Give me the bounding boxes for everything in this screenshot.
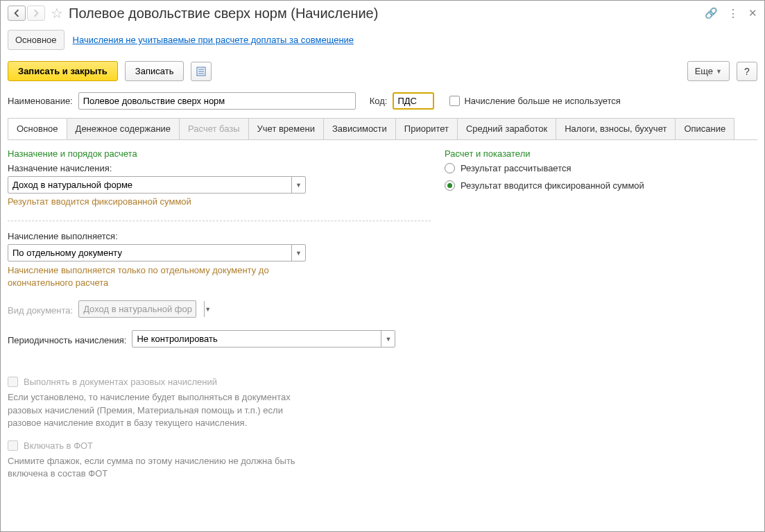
purpose-select[interactable]: ▼ xyxy=(8,176,306,194)
code-input[interactable] xyxy=(393,92,434,110)
executed-select[interactable]: ▼ xyxy=(8,244,306,261)
tab-base[interactable]: Расчет базы xyxy=(179,118,249,139)
cb-once-docs-box xyxy=(8,377,18,387)
tab-desc[interactable]: Описание xyxy=(675,118,734,139)
arrow-right-icon xyxy=(32,9,40,17)
period-dropdown-btn[interactable]: ▼ xyxy=(381,331,395,347)
radio-calculated-btn[interactable] xyxy=(445,163,455,173)
doctype-label: Вид документа: xyxy=(8,305,73,316)
section-purpose-title: Назначение и порядок расчета xyxy=(8,148,431,159)
close-icon[interactable]: ✕ xyxy=(748,7,757,19)
nav-buttons xyxy=(8,6,45,21)
favorite-icon[interactable]: ☆ xyxy=(51,5,63,22)
not-used-checkbox[interactable] xyxy=(449,96,460,106)
doctype-input xyxy=(79,301,204,317)
executed-input[interactable] xyxy=(8,245,291,261)
tab-tax[interactable]: Налоги, взносы, бухучет xyxy=(556,118,676,139)
tab-time[interactable]: Учет времени xyxy=(248,118,324,139)
cb-fot: Включать в ФОТ xyxy=(8,440,431,451)
link-icon[interactable]: 🔗 xyxy=(705,7,718,19)
purpose-hint: Результат вводится фиксированной суммой xyxy=(8,196,431,207)
cb-once-docs-label: Выполнять в документах разовых начислени… xyxy=(24,377,217,387)
period-input[interactable] xyxy=(132,331,381,347)
tab-money[interactable]: Денежное содержание xyxy=(67,118,180,139)
arrow-left-icon xyxy=(12,9,21,17)
header-form-row: Наименование: Код: Начисление больше не … xyxy=(1,89,764,118)
executed-hint: Начисление выполняется только по отдельн… xyxy=(8,264,306,289)
doctype-select: ▼ xyxy=(78,300,196,318)
tab-deps[interactable]: Зависимости xyxy=(323,118,396,139)
subtab-link[interactable]: Начисления не учитываемые при расчете до… xyxy=(73,35,354,45)
purpose-input[interactable] xyxy=(8,177,291,193)
cb-fot-label: Включать в ФОТ xyxy=(24,440,93,451)
purpose-label: Назначение начисления: xyxy=(8,163,431,173)
radio-fixed-btn[interactable] xyxy=(445,180,455,191)
window-controls: 🔗 ⋮ ✕ xyxy=(705,7,757,20)
period-field: Периодичность начисления: ▼ xyxy=(8,330,431,350)
subtab-main[interactable]: Основное xyxy=(8,30,65,50)
sub-navigation: Основное Начисления не учитываемые при р… xyxy=(1,26,764,57)
window-title: Полевое довольствие сверх норм (Начислен… xyxy=(69,6,699,22)
executed-label: Начисление выполняется: xyxy=(8,231,431,241)
menu-icon[interactable]: ⋮ xyxy=(728,7,739,20)
tab-main[interactable]: Основное xyxy=(8,118,67,139)
list-button[interactable] xyxy=(191,62,212,81)
save-close-button[interactable]: Записать и закрыть xyxy=(8,61,118,81)
divider xyxy=(8,221,431,221)
forward-button[interactable] xyxy=(27,6,45,21)
toolbar: Записать и закрыть Записать Еще ▼ ? xyxy=(1,57,764,89)
radio-fixed-label: Результат вводится фиксированной суммой xyxy=(461,180,644,191)
cb-fot-hint: Снимите флажок, если сумма по этому начи… xyxy=(8,455,313,480)
cb-once-docs-hint: Если установлено, то начисление будет вы… xyxy=(8,391,313,429)
left-column: Назначение и порядок расчета Назначение … xyxy=(8,148,431,523)
doctype-dropdown-btn: ▼ xyxy=(204,301,211,317)
tabs: Основное Денежное содержание Расчет базы… xyxy=(8,118,757,140)
chevron-down-icon: ▼ xyxy=(716,68,722,75)
period-select[interactable]: ▼ xyxy=(132,330,395,347)
doctype-field: Вид документа: ▼ xyxy=(8,300,431,320)
not-used-label: Начисление больше не используется xyxy=(464,96,620,106)
titlebar: ☆ Полевое довольствие сверх норм (Начисл… xyxy=(1,1,764,26)
section-calc-title: Расчет и показатели xyxy=(445,148,757,159)
save-button[interactable]: Записать xyxy=(125,61,184,81)
radio-fixed[interactable]: Результат вводится фиксированной суммой xyxy=(445,180,757,191)
purpose-dropdown-btn[interactable]: ▼ xyxy=(291,177,305,193)
window: ☆ Полевое довольствие сверх норм (Начисл… xyxy=(0,0,765,532)
more-button[interactable]: Еще ▼ xyxy=(687,61,730,81)
help-button[interactable]: ? xyxy=(737,62,757,81)
tab-priority[interactable]: Приоритет xyxy=(395,118,458,139)
code-label: Код: xyxy=(370,96,388,106)
back-button[interactable] xyxy=(8,6,26,21)
name-input[interactable] xyxy=(78,92,356,110)
not-used-checkbox-wrap[interactable]: Начисление больше не используется xyxy=(449,96,620,106)
period-label: Периодичность начисления: xyxy=(8,335,126,345)
name-label: Наименование: xyxy=(8,96,73,106)
more-label: Еще xyxy=(695,66,713,76)
cb-fot-box xyxy=(8,440,18,451)
tab-avg[interactable]: Средний заработок xyxy=(457,118,556,139)
list-icon xyxy=(196,67,206,76)
right-column: Расчет и показатели Результат рассчитыва… xyxy=(445,148,757,523)
tab-content: Назначение и порядок расчета Назначение … xyxy=(1,140,764,531)
executed-dropdown-btn[interactable]: ▼ xyxy=(291,245,305,261)
cb-once-docs: Выполнять в документах разовых начислени… xyxy=(8,377,431,387)
radio-calculated-label: Результат рассчитывается xyxy=(461,163,571,173)
radio-calculated[interactable]: Результат рассчитывается xyxy=(445,163,757,173)
